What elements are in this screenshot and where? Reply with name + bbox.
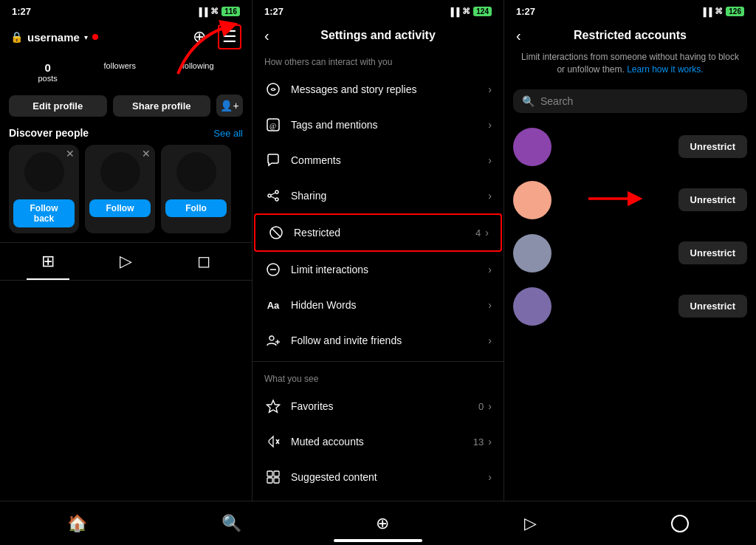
unrestrict-button-3[interactable]: Unrestrict: [678, 241, 747, 264]
edit-profile-button[interactable]: Edit profile: [9, 95, 107, 117]
learn-link[interactable]: Learn how it works.: [627, 64, 703, 75]
favorites-badge: 0: [478, 401, 484, 412]
restricted-header: ‹ Restricted accounts: [504, 20, 756, 48]
nav-add-3[interactable]: ⊕: [376, 514, 389, 533]
avatar-3: [176, 152, 216, 192]
settings-item-sharing[interactable]: Sharing ›: [252, 178, 504, 213]
username-row: 🔒 username ▾: [10, 31, 98, 44]
settings-item-tags[interactable]: @ Tags and mentions ›: [252, 107, 504, 143]
profile-top-bar: 🔒 username ▾ ⊕ ☰: [0, 20, 252, 54]
see-all-link[interactable]: See all: [213, 128, 243, 139]
status-icons-3: ▐▐ ⌘ 126: [701, 7, 744, 16]
followers-stat: followers: [104, 61, 136, 83]
messages-text: Messages and story replies: [291, 83, 488, 95]
settings-item-hidden-words[interactable]: Aa Hidden Words ›: [252, 287, 504, 323]
follow-button-3[interactable]: Follo: [165, 199, 227, 217]
nav-home-3[interactable]: 🏠: [67, 514, 87, 533]
close-card-1-button[interactable]: ✕: [66, 148, 75, 160]
unrestrict-button-4[interactable]: Unrestrict: [678, 295, 747, 318]
muted-icon: [264, 433, 282, 450]
svg-line-7: [271, 193, 275, 195]
tab-grid[interactable]: ⊞: [27, 249, 69, 274]
posts-stat: 0 posts: [38, 61, 57, 83]
restricted-icon: [267, 224, 285, 241]
follow-button-2[interactable]: Follow: [89, 199, 151, 217]
suggested-text: Suggested content: [291, 471, 488, 483]
status-icons-2: ▐▐ ⌘ 124: [448, 7, 492, 16]
favorites-chevron: ›: [488, 400, 492, 412]
share-profile-button[interactable]: Share profile: [113, 95, 211, 117]
following-stat: following: [182, 61, 214, 83]
settings-item-muted[interactable]: Muted accounts 13 ›: [252, 424, 504, 459]
svg-point-4: [268, 194, 271, 197]
nav-search-3[interactable]: 🔍: [221, 514, 241, 533]
restricted-back-button[interactable]: ‹: [516, 27, 521, 44]
messages-icon: [264, 80, 282, 98]
tags-icon: @: [264, 116, 282, 134]
settings-item-suggested[interactable]: Suggested content ›: [252, 459, 504, 495]
search-icon: 🔍: [522, 95, 535, 107]
settings-item-comments[interactable]: Comments ›: [252, 143, 504, 178]
follow-back-button-1[interactable]: Follow back: [13, 199, 75, 227]
unrestrict-button-1[interactable]: Unrestrict: [678, 135, 747, 158]
avatar-restricted-2: [513, 181, 551, 219]
settings-header: ‹ Settings and activity: [252, 20, 504, 48]
menu-button[interactable]: ☰: [218, 24, 241, 49]
settings-item-favorites[interactable]: Favorites 0 ›: [252, 388, 504, 424]
svg-rect-21: [267, 478, 272, 483]
status-bar-3: 1:27 ▐▐ ⌘ 126: [504, 0, 756, 20]
unrestrict-button-2[interactable]: Unrestrict: [678, 188, 747, 211]
nav-profile-3[interactable]: [671, 515, 689, 532]
search-bar[interactable]: 🔍 Search: [513, 89, 747, 113]
add-friend-button[interactable]: 👤+: [216, 95, 243, 117]
muted-badge: 13: [473, 436, 484, 448]
tab-reels[interactable]: ▷: [105, 249, 147, 274]
follow-invite-chevron: ›: [488, 335, 492, 346]
limit-text: Limit interactions: [291, 264, 488, 275]
status-bar-2: 1:27 ▐▐ ⌘ 124: [252, 0, 504, 20]
messages-chevron: ›: [488, 83, 492, 95]
svg-point-6: [275, 198, 278, 201]
suggested-right: ›: [488, 471, 492, 483]
settings-item-restricted[interactable]: Restricted 4 ›: [254, 213, 502, 252]
hidden-words-icon: Aa: [264, 296, 282, 314]
panel-restricted: 1:27 ▐▐ ⌘ 126 ‹ Restricted accounts Limi…: [504, 0, 756, 545]
tab-tagged[interactable]: ◻: [182, 249, 225, 274]
follow-invite-icon: [264, 332, 282, 349]
discover-section: Discover people See all ✕ Follow back ✕ …: [0, 121, 252, 236]
settings-item-messages[interactable]: Messages and story replies ›: [252, 72, 504, 107]
avatar-restricted-4: [513, 287, 551, 326]
close-card-2-button[interactable]: ✕: [142, 148, 151, 160]
sharing-chevron: ›: [488, 190, 492, 202]
dropdown-icon[interactable]: ▾: [84, 33, 88, 41]
restricted-chevron: ›: [485, 227, 489, 239]
comments-chevron: ›: [488, 154, 492, 166]
wifi-icon: ⌘: [210, 7, 219, 16]
hidden-words-text: Hidden Words: [291, 299, 488, 311]
signal-icon: ▐▐: [196, 7, 208, 16]
restricted-item-2: Unrestrict: [513, 174, 747, 227]
panel-profile: 1:27 ▐▐ ⌘ 116 🔒 username ▾ ⊕ ☰: [0, 0, 252, 545]
avatar-restricted-3: [513, 234, 551, 272]
svg-marker-16: [267, 400, 280, 412]
bottom-nav-3: 🏠 🔍 ⊕ ▷: [0, 501, 756, 545]
divider-1: [252, 361, 504, 362]
avatar-restricted-1: [513, 128, 551, 166]
nav-reels-3[interactable]: ▷: [524, 514, 537, 533]
followers-label: followers: [104, 61, 136, 70]
discover-card-1: ✕ Follow back: [9, 145, 79, 233]
add-post-button[interactable]: ⊕: [193, 27, 206, 47]
follow-invite-text: Follow and invite friends: [291, 335, 488, 346]
settings-item-limit[interactable]: Limit interactions ›: [252, 252, 504, 287]
following-label: following: [182, 61, 214, 70]
svg-text:@: @: [269, 122, 276, 130]
restricted-badge: 4: [475, 227, 481, 239]
settings-back-button[interactable]: ‹: [264, 27, 269, 44]
settings-item-follow-invite[interactable]: Follow and invite friends ›: [252, 323, 504, 358]
notification-dot: [92, 34, 98, 40]
restricted-item-3: Unrestrict: [513, 227, 747, 280]
suggested-chevron: ›: [488, 471, 492, 483]
svg-rect-22: [274, 478, 279, 483]
limit-right: ›: [488, 264, 492, 275]
tags-text: Tags and mentions: [291, 119, 488, 131]
